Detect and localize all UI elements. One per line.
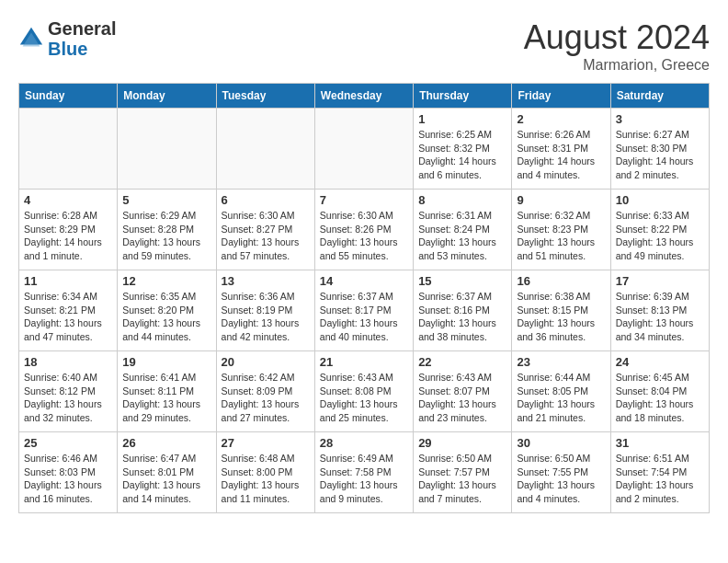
day-number: 22 [418, 355, 506, 369]
day-cell-13: 13Sunrise: 6:36 AMSunset: 8:19 PMDayligh… [216, 270, 314, 351]
day-number: 14 [320, 274, 408, 288]
day-number: 12 [122, 274, 210, 288]
day-number: 8 [418, 193, 506, 207]
day-info: Sunrise: 6:25 AMSunset: 8:32 PMDaylight:… [418, 128, 506, 182]
day-cell-24: 24Sunrise: 6:45 AMSunset: 8:04 PMDayligh… [610, 351, 709, 432]
day-cell-9: 9Sunrise: 6:32 AMSunset: 8:23 PMDaylight… [512, 190, 610, 270]
day-number: 23 [517, 355, 605, 369]
day-cell-5: 5Sunrise: 6:29 AMSunset: 8:28 PMDaylight… [118, 190, 216, 270]
day-number: 18 [24, 355, 112, 369]
week-row-2: 4Sunrise: 6:28 AMSunset: 8:29 PMDaylight… [19, 190, 710, 270]
day-cell-27: 27Sunrise: 6:48 AMSunset: 8:00 PMDayligh… [216, 432, 314, 513]
day-number: 15 [418, 274, 506, 288]
day-cell-15: 15Sunrise: 6:37 AMSunset: 8:16 PMDayligh… [414, 270, 512, 351]
location: Marmarion, Greece [524, 57, 710, 74]
day-cell-3: 3Sunrise: 6:27 AMSunset: 8:30 PMDaylight… [610, 109, 709, 190]
day-info: Sunrise: 6:34 AMSunset: 8:21 PMDaylight:… [24, 290, 112, 344]
week-row-5: 25Sunrise: 6:46 AMSunset: 8:03 PMDayligh… [19, 432, 710, 513]
day-info: Sunrise: 6:48 AMSunset: 8:00 PMDaylight:… [222, 452, 310, 506]
day-cell-21: 21Sunrise: 6:43 AMSunset: 8:08 PMDayligh… [314, 351, 413, 432]
day-info: Sunrise: 6:29 AMSunset: 8:28 PMDaylight:… [122, 209, 210, 263]
week-row-4: 18Sunrise: 6:40 AMSunset: 8:12 PMDayligh… [19, 351, 710, 432]
day-info: Sunrise: 6:39 AMSunset: 8:13 PMDaylight:… [616, 290, 704, 344]
day-number: 21 [320, 355, 408, 369]
day-cell-25: 25Sunrise: 6:46 AMSunset: 8:03 PMDayligh… [19, 432, 118, 513]
day-number: 31 [616, 436, 704, 450]
day-info: Sunrise: 6:43 AMSunset: 8:08 PMDaylight:… [320, 371, 408, 425]
day-info: Sunrise: 6:38 AMSunset: 8:15 PMDaylight:… [517, 290, 605, 344]
day-info: Sunrise: 6:47 AMSunset: 8:01 PMDaylight:… [122, 452, 210, 506]
weekday-header-sunday: Sunday [19, 84, 118, 109]
week-row-3: 11Sunrise: 6:34 AMSunset: 8:21 PMDayligh… [19, 270, 710, 351]
day-cell-2: 2Sunrise: 6:26 AMSunset: 8:31 PMDaylight… [512, 109, 610, 190]
day-info: Sunrise: 6:50 AMSunset: 7:55 PMDaylight:… [517, 452, 605, 506]
day-cell-11: 11Sunrise: 6:34 AMSunset: 8:21 PMDayligh… [19, 270, 118, 351]
day-cell-26: 26Sunrise: 6:47 AMSunset: 8:01 PMDayligh… [118, 432, 216, 513]
logo-general: General [48, 18, 116, 39]
day-info: Sunrise: 6:27 AMSunset: 8:30 PMDaylight:… [616, 128, 704, 182]
logo-icon [18, 26, 44, 52]
day-info: Sunrise: 6:49 AMSunset: 7:58 PMDaylight:… [320, 452, 408, 506]
day-info: Sunrise: 6:46 AMSunset: 8:03 PMDaylight:… [24, 452, 112, 506]
day-number: 19 [122, 355, 210, 369]
day-number: 24 [616, 355, 704, 369]
day-number: 2 [517, 112, 605, 126]
day-cell-16: 16Sunrise: 6:38 AMSunset: 8:15 PMDayligh… [512, 270, 610, 351]
weekday-header-thursday: Thursday [414, 84, 512, 109]
day-number: 9 [517, 193, 605, 207]
day-cell-8: 8Sunrise: 6:31 AMSunset: 8:24 PMDaylight… [414, 190, 512, 270]
day-info: Sunrise: 6:37 AMSunset: 8:17 PMDaylight:… [320, 290, 408, 344]
day-info: Sunrise: 6:51 AMSunset: 7:54 PMDaylight:… [616, 452, 704, 506]
day-number: 28 [320, 436, 408, 450]
day-info: Sunrise: 6:28 AMSunset: 8:29 PMDaylight:… [24, 209, 112, 263]
empty-cell [314, 109, 413, 190]
page-header: General Blue August 2024 Marmarion, Gree… [18, 18, 710, 74]
day-cell-28: 28Sunrise: 6:49 AMSunset: 7:58 PMDayligh… [314, 432, 413, 513]
day-number: 10 [616, 193, 704, 207]
week-row-1: 1Sunrise: 6:25 AMSunset: 8:32 PMDaylight… [19, 109, 710, 190]
weekday-header-row: SundayMondayTuesdayWednesdayThursdayFrid… [19, 84, 710, 109]
empty-cell [216, 109, 314, 190]
weekday-header-friday: Friday [512, 84, 610, 109]
day-number: 3 [616, 112, 704, 126]
day-cell-17: 17Sunrise: 6:39 AMSunset: 8:13 PMDayligh… [610, 270, 709, 351]
day-number: 6 [222, 193, 310, 207]
day-cell-12: 12Sunrise: 6:35 AMSunset: 8:20 PMDayligh… [118, 270, 216, 351]
day-cell-14: 14Sunrise: 6:37 AMSunset: 8:17 PMDayligh… [314, 270, 413, 351]
day-number: 17 [616, 274, 704, 288]
day-cell-23: 23Sunrise: 6:44 AMSunset: 8:05 PMDayligh… [512, 351, 610, 432]
day-info: Sunrise: 6:42 AMSunset: 8:09 PMDaylight:… [222, 371, 310, 425]
day-info: Sunrise: 6:50 AMSunset: 7:57 PMDaylight:… [418, 452, 506, 506]
day-info: Sunrise: 6:41 AMSunset: 8:11 PMDaylight:… [122, 371, 210, 425]
day-cell-19: 19Sunrise: 6:41 AMSunset: 8:11 PMDayligh… [118, 351, 216, 432]
empty-cell [118, 109, 216, 190]
month-year: August 2024 [524, 18, 710, 57]
day-number: 1 [418, 112, 506, 126]
title-block: August 2024 Marmarion, Greece [524, 18, 710, 74]
day-info: Sunrise: 6:33 AMSunset: 8:22 PMDaylight:… [616, 209, 704, 263]
day-cell-22: 22Sunrise: 6:43 AMSunset: 8:07 PMDayligh… [414, 351, 512, 432]
weekday-header-wednesday: Wednesday [314, 84, 413, 109]
empty-cell [19, 109, 118, 190]
day-info: Sunrise: 6:43 AMSunset: 8:07 PMDaylight:… [418, 371, 506, 425]
day-info: Sunrise: 6:31 AMSunset: 8:24 PMDaylight:… [418, 209, 506, 263]
day-info: Sunrise: 6:45 AMSunset: 8:04 PMDaylight:… [616, 371, 704, 425]
day-cell-7: 7Sunrise: 6:30 AMSunset: 8:26 PMDaylight… [314, 190, 413, 270]
day-info: Sunrise: 6:32 AMSunset: 8:23 PMDaylight:… [517, 209, 605, 263]
day-number: 11 [24, 274, 112, 288]
day-cell-31: 31Sunrise: 6:51 AMSunset: 7:54 PMDayligh… [610, 432, 709, 513]
day-cell-1: 1Sunrise: 6:25 AMSunset: 8:32 PMDaylight… [414, 109, 512, 190]
day-number: 16 [517, 274, 605, 288]
day-info: Sunrise: 6:36 AMSunset: 8:19 PMDaylight:… [222, 290, 310, 344]
calendar-table: SundayMondayTuesdayWednesdayThursdayFrid… [18, 83, 710, 513]
day-number: 30 [517, 436, 605, 450]
logo-blue: Blue [48, 39, 87, 59]
day-cell-18: 18Sunrise: 6:40 AMSunset: 8:12 PMDayligh… [19, 351, 118, 432]
day-info: Sunrise: 6:30 AMSunset: 8:27 PMDaylight:… [222, 209, 310, 263]
day-cell-20: 20Sunrise: 6:42 AMSunset: 8:09 PMDayligh… [216, 351, 314, 432]
logo-text: General Blue [48, 18, 116, 59]
day-cell-4: 4Sunrise: 6:28 AMSunset: 8:29 PMDaylight… [19, 190, 118, 270]
day-number: 5 [122, 193, 210, 207]
day-number: 7 [320, 193, 408, 207]
day-cell-30: 30Sunrise: 6:50 AMSunset: 7:55 PMDayligh… [512, 432, 610, 513]
